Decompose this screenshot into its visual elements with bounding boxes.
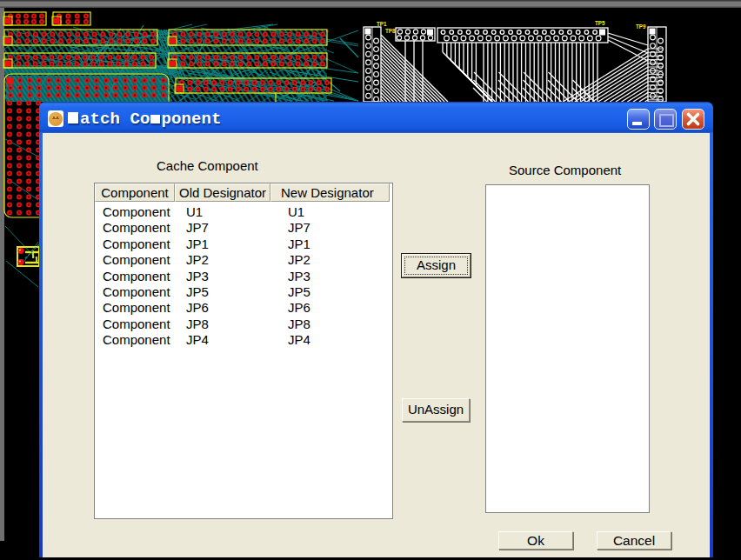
svg-text:TP8: TP8 bbox=[385, 28, 396, 34]
svg-text:TP5: TP5 bbox=[595, 20, 605, 26]
svg-text:TP9: TP9 bbox=[636, 23, 646, 30]
svg-text:TP1: TP1 bbox=[377, 21, 387, 27]
